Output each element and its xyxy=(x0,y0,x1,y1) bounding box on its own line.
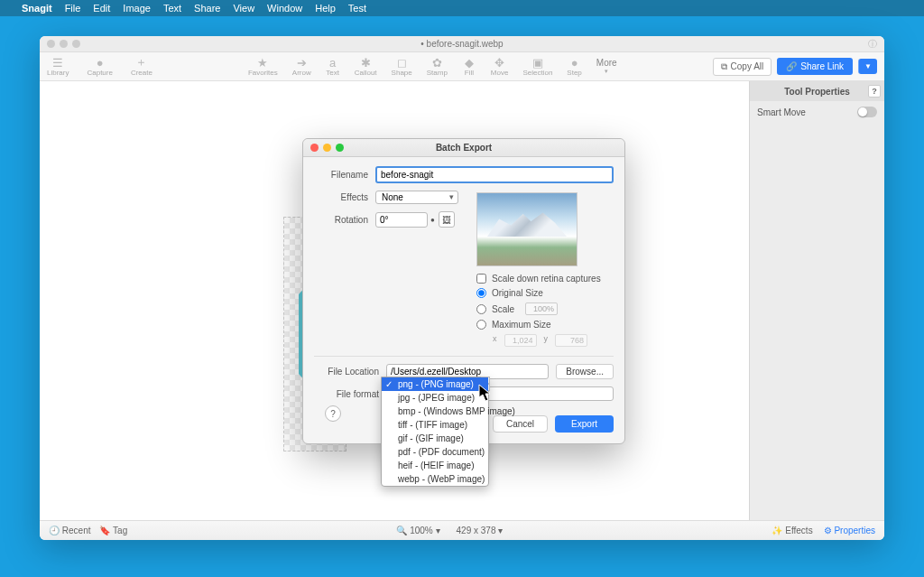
library-button[interactable]: ☰Library xyxy=(47,56,69,77)
effects-label: Effects xyxy=(314,192,375,202)
create-button[interactable]: ＋Create xyxy=(131,56,152,77)
tag-button[interactable]: 🔖 Tag xyxy=(99,526,127,535)
create-icon: ＋ xyxy=(134,56,149,69)
library-icon: ☰ xyxy=(51,56,65,69)
help-button[interactable]: ? xyxy=(325,405,341,422)
side-panel-header: Tool Properties ? xyxy=(750,81,884,101)
recent-button[interactable]: 🕘 Recent xyxy=(49,526,90,535)
menu-help[interactable]: Help xyxy=(315,3,336,14)
format-option-heif[interactable]: heif - (HEIF image) xyxy=(382,459,488,472)
text-tool[interactable]: aText xyxy=(326,56,340,77)
modal-zoom-icon[interactable] xyxy=(336,144,344,152)
link-icon: 🔗 xyxy=(786,61,797,71)
capture-button[interactable]: ●Capture xyxy=(87,56,112,77)
properties-button[interactable]: ⚙ Properties xyxy=(824,526,875,535)
wand-icon: ✨ xyxy=(772,526,782,535)
menu-app-name[interactable]: Snagit xyxy=(22,3,52,14)
filename-input[interactable] xyxy=(375,166,614,183)
format-option-pdf[interactable]: pdf - (PDF document) xyxy=(382,445,488,459)
file-format-dropdown[interactable]: ▲▼ png - (PNG image) jpg - (JPEG image) … xyxy=(381,377,489,487)
format-option-jpg[interactable]: jpg - (JPEG image) xyxy=(382,391,488,405)
menu-text[interactable]: Text xyxy=(163,3,181,14)
dimensions: 429 x 378 ▾ xyxy=(457,526,504,535)
favorites-tool[interactable]: ★Favorites xyxy=(248,56,278,77)
format-option-gif[interactable]: gif - (GIF image) xyxy=(382,432,488,445)
close-icon[interactable] xyxy=(47,40,55,48)
modal-close-icon[interactable] xyxy=(310,144,319,152)
window-title: • before-snagit.webp xyxy=(420,39,503,49)
menu-file[interactable]: File xyxy=(65,3,81,14)
menu-test[interactable]: Test xyxy=(348,3,366,14)
scale-down-retina-checkbox[interactable] xyxy=(476,274,486,284)
capture-icon: ● xyxy=(93,56,107,69)
cancel-button[interactable]: Cancel xyxy=(493,415,548,433)
format-option-webp[interactable]: webp - (WebP image) xyxy=(382,472,488,486)
format-option-bmp[interactable]: bmp - (Windows BMP image) xyxy=(382,405,488,418)
callout-icon: ✱ xyxy=(358,56,373,69)
export-button[interactable]: Export xyxy=(555,415,614,433)
fill-tool[interactable]: ◆Fill xyxy=(462,56,476,77)
original-size-radio[interactable] xyxy=(476,288,486,298)
star-icon: ★ xyxy=(255,56,270,69)
y-input[interactable] xyxy=(555,334,587,347)
magnifier-icon: 🔍 xyxy=(396,526,407,535)
max-size-radio[interactable] xyxy=(476,320,486,330)
main-toolbar: ☰Library ●Capture ＋Create ★Favorites ➔Ar… xyxy=(40,52,884,81)
window-titlebar: • before-snagit.webp ⓘ xyxy=(40,36,884,52)
effects-select[interactable]: None xyxy=(375,191,458,204)
move-icon: ✥ xyxy=(493,56,507,69)
menu-share[interactable]: Share xyxy=(194,3,220,14)
rotation-input[interactable] xyxy=(375,212,428,228)
shape-icon: ◻ xyxy=(394,56,409,69)
scale-value-input[interactable] xyxy=(525,302,558,315)
scale-down-label: Scale down retina captures xyxy=(492,274,601,284)
side-panel: Tool Properties ? Smart Move xyxy=(749,81,884,520)
modal-traffic-lights[interactable] xyxy=(310,144,344,152)
info-icon[interactable]: ⓘ xyxy=(868,38,877,51)
smart-move-label: Smart Move xyxy=(757,107,806,117)
step-icon: ● xyxy=(568,56,582,69)
stamp-icon: ✿ xyxy=(430,56,444,69)
rotate-image-icon[interactable]: 🖼 xyxy=(439,211,455,228)
shape-tool[interactable]: ◻Shape xyxy=(392,56,412,77)
share-link-button[interactable]: 🔗Share Link xyxy=(777,58,853,75)
browse-button[interactable]: Browse... xyxy=(556,364,614,379)
rotation-label: Rotation xyxy=(314,215,375,225)
step-tool[interactable]: ●Step xyxy=(567,56,581,77)
file-location-label: File Location xyxy=(314,367,386,377)
stamp-tool[interactable]: ✿Stamp xyxy=(427,56,448,77)
more-tools[interactable]: More▾ xyxy=(596,58,617,75)
format-option-png[interactable]: png - (PNG image) xyxy=(382,377,488,391)
tag-icon: 🔖 xyxy=(99,526,110,535)
menu-view[interactable]: View xyxy=(233,3,254,14)
max-size-label: Maximum Size xyxy=(492,320,551,330)
menu-edit[interactable]: Edit xyxy=(93,3,110,14)
arrow-icon: ➔ xyxy=(294,56,309,69)
share-link-dropdown[interactable]: ▼ xyxy=(858,59,877,74)
arrow-tool[interactable]: ➔Arrow xyxy=(292,56,311,77)
selection-icon: ▣ xyxy=(531,56,545,69)
mac-menubar[interactable]: Snagit File Edit Image Text Share View W… xyxy=(0,0,924,16)
menu-window[interactable]: Window xyxy=(267,3,302,14)
minimize-icon[interactable] xyxy=(60,40,68,48)
zoom-icon[interactable] xyxy=(72,40,80,48)
scale-radio[interactable] xyxy=(476,304,486,314)
preview-image xyxy=(476,192,578,266)
copy-all-button[interactable]: ⧉Copy All xyxy=(713,58,772,76)
file-format-label: File format xyxy=(314,389,386,399)
scale-label: Scale xyxy=(492,304,514,314)
rotation-dot-icon[interactable]: ● xyxy=(430,216,435,224)
effects-button[interactable]: ✨ Effects xyxy=(772,526,812,535)
selection-tool[interactable]: ▣Selection xyxy=(522,56,552,77)
move-tool[interactable]: ✥Move xyxy=(491,56,509,77)
window-traffic-lights[interactable] xyxy=(47,40,80,48)
format-option-tiff[interactable]: tiff - (TIFF image) xyxy=(382,418,488,432)
help-icon[interactable]: ? xyxy=(868,85,881,98)
statusbar: 🕘 Recent 🔖 Tag 🔍 100% ▾ 429 x 378 ▾ ✨ Ef… xyxy=(40,520,884,540)
menu-image[interactable]: Image xyxy=(123,3,151,14)
callout-tool[interactable]: ✱Callout xyxy=(355,56,377,77)
zoom-control[interactable]: 🔍 100% ▾ xyxy=(396,526,439,535)
smart-move-toggle[interactable] xyxy=(857,107,877,117)
x-input[interactable] xyxy=(504,334,537,347)
modal-minimize-icon[interactable] xyxy=(323,144,331,152)
